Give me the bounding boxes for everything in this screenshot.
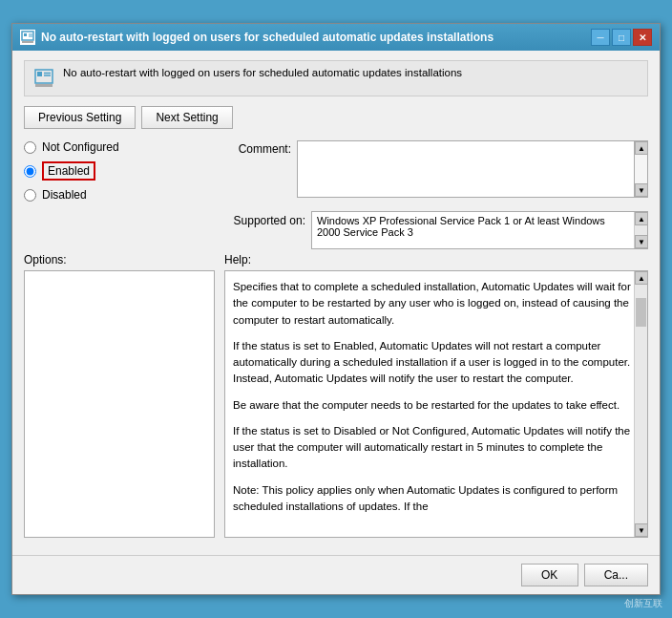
supported-on-label: Supported on: bbox=[224, 211, 305, 227]
bottom-panels: Options: Help: Specifies that to complet… bbox=[24, 253, 648, 538]
help-text-content: Specifies that to complete a scheduled i… bbox=[225, 271, 647, 537]
supported-scroll-up[interactable]: ▲ bbox=[635, 212, 648, 225]
comment-row: Comment: ▲ ▼ bbox=[224, 140, 648, 198]
footer: OK Ca... bbox=[12, 555, 660, 594]
svg-rect-9 bbox=[35, 84, 52, 87]
window-icon bbox=[20, 30, 35, 45]
maximize-button[interactable]: □ bbox=[612, 29, 631, 46]
help-para-5: Note: This policy applies only when Auto… bbox=[233, 482, 640, 516]
help-box: Specifies that to complete a scheduled i… bbox=[224, 270, 648, 538]
not-configured-option[interactable]: Not Configured bbox=[24, 140, 215, 154]
svg-rect-1 bbox=[24, 33, 27, 36]
cancel-button[interactable]: Ca... bbox=[584, 564, 648, 586]
policy-icon bbox=[32, 67, 55, 90]
options-label: Options: bbox=[24, 253, 215, 266]
comment-scroll-down[interactable]: ▼ bbox=[635, 183, 648, 197]
not-configured-radio[interactable] bbox=[24, 141, 36, 154]
not-configured-label: Not Configured bbox=[42, 140, 119, 154]
comment-label: Comment: bbox=[224, 140, 291, 156]
disabled-label: Disabled bbox=[42, 188, 87, 202]
enabled-label: Enabled bbox=[42, 161, 95, 181]
help-panel: Help: Specifies that to complete a sched… bbox=[224, 253, 648, 538]
next-setting-button[interactable]: Next Setting bbox=[141, 106, 232, 129]
svg-rect-6 bbox=[37, 72, 42, 76]
help-scroll-down[interactable]: ▼ bbox=[635, 523, 648, 537]
main-window: No auto-restart with logged on users for… bbox=[11, 23, 661, 595]
close-button[interactable]: ✕ bbox=[633, 29, 652, 46]
comment-scroll-up[interactable]: ▲ bbox=[635, 141, 648, 155]
title-bar-left: No auto-restart with logged on users for… bbox=[20, 30, 494, 45]
main-area: Not Configured Enabled Disabled Comm bbox=[24, 140, 648, 249]
options-box bbox=[24, 270, 215, 538]
help-para-3: Be aware that the computer needs to be r… bbox=[233, 397, 640, 414]
minimize-button[interactable]: ─ bbox=[591, 29, 610, 46]
supported-row: Supported on: Windows XP Professional Se… bbox=[224, 211, 648, 249]
help-para-4: If the status is set to Disabled or Not … bbox=[233, 423, 640, 473]
left-panel: Not Configured Enabled Disabled bbox=[24, 140, 215, 249]
help-scroll-thumb bbox=[636, 298, 646, 327]
title-bar: No auto-restart with logged on users for… bbox=[12, 24, 660, 51]
nav-buttons: Previous Setting Next Setting bbox=[24, 106, 648, 129]
supported-scroll-down[interactable]: ▼ bbox=[635, 235, 648, 248]
supported-text: Windows XP Professional Service Pack 1 o… bbox=[312, 212, 634, 248]
window-title: No auto-restart with logged on users for… bbox=[41, 31, 494, 44]
policy-header-text: No auto-restart with logged on users for… bbox=[63, 67, 462, 78]
window-content: No auto-restart with logged on users for… bbox=[12, 51, 660, 547]
previous-setting-button[interactable]: Previous Setting bbox=[24, 106, 136, 129]
right-panel: Comment: ▲ ▼ Supported on: Windows bbox=[224, 140, 648, 249]
policy-header: No auto-restart with logged on users for… bbox=[24, 60, 648, 96]
enabled-radio[interactable] bbox=[24, 165, 36, 178]
help-para-2: If the status is set to Enabled, Automat… bbox=[233, 338, 640, 388]
help-scroll-up[interactable]: ▲ bbox=[635, 271, 648, 285]
enabled-option[interactable]: Enabled bbox=[24, 161, 215, 181]
radio-group: Not Configured Enabled Disabled bbox=[24, 140, 215, 202]
disabled-option[interactable]: Disabled bbox=[24, 188, 215, 202]
options-panel: Options: bbox=[24, 253, 215, 538]
watermark: 创新互联 bbox=[624, 597, 662, 610]
comment-textarea[interactable] bbox=[297, 140, 635, 198]
title-bar-controls: ─ □ ✕ bbox=[591, 29, 652, 46]
ok-button[interactable]: OK bbox=[521, 564, 578, 586]
svg-rect-4 bbox=[22, 41, 33, 43]
help-label: Help: bbox=[224, 253, 648, 266]
help-scrollbar[interactable]: ▲ ▼ bbox=[634, 271, 647, 537]
disabled-radio[interactable] bbox=[24, 189, 36, 202]
help-para-1: Specifies that to complete a scheduled i… bbox=[233, 279, 640, 329]
